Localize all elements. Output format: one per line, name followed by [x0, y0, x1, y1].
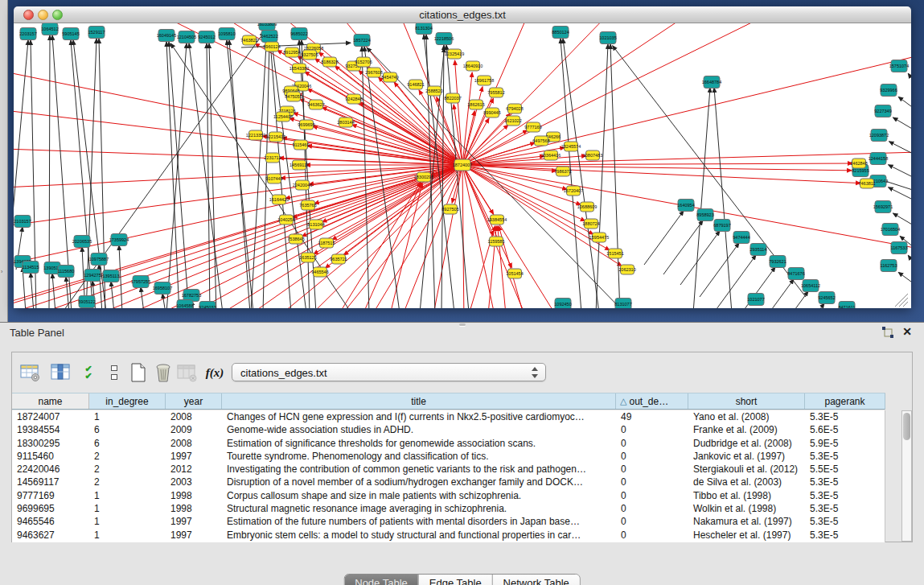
edit-columns-icon[interactable]: ✔✔ [76, 360, 101, 385]
table-cell[interactable]: 19384554 [12, 423, 89, 436]
network-node[interactable]: 1064588 [176, 300, 193, 309]
table-cell[interactable]: 9463627 [12, 529, 89, 542]
table-cell[interactable]: Stergiakouli et al. (2012) [688, 463, 805, 476]
network-node[interactable]: 1115680 [58, 266, 75, 278]
network-node[interactable]: 16648784 [702, 76, 721, 89]
network-node[interactable]: 9152706 [355, 57, 372, 67]
network-node[interactable]: 1162753 [880, 260, 897, 272]
table-cell[interactable]: 5.3E-5 [805, 410, 885, 423]
table-cell[interactable]: 0 [616, 476, 688, 488]
network-node[interactable]: 10975887 [89, 253, 109, 266]
network-window-titlebar[interactable]: citations_edges.txt [14, 6, 911, 23]
network-node[interactable]: 1051454 [506, 269, 523, 278]
table-cell[interactable]: 6 [89, 423, 166, 436]
network-node[interactable]: 7932621 [769, 256, 786, 268]
table-cell[interactable]: 2003 [166, 476, 222, 488]
table-row[interactable]: 969969511998Structural magnetic resonanc… [12, 502, 885, 515]
table-row[interactable]: 2242004622012Investigating the contribut… [12, 463, 885, 476]
network-node[interactable]: 8131077 [614, 299, 631, 309]
table-cell[interactable]: Jankovic et al. (1997) [688, 450, 805, 463]
table-cell[interactable]: 0 [616, 529, 688, 542]
table-cell[interactable]: 2 [89, 450, 166, 463]
network-node[interactable]: 1862615 [467, 100, 484, 109]
network-node[interactable]: 18300295 [414, 172, 433, 182]
table-cell[interactable]: 2008 [166, 437, 222, 450]
column-header-in_degree[interactable]: in_degree [89, 393, 166, 409]
table-cell[interactable]: Yano et al. (2008) [688, 410, 805, 423]
network-node[interactable]: 5905122 [78, 296, 95, 308]
table-cell[interactable]: 2012 [166, 463, 222, 476]
delete-entries-icon[interactable] [151, 360, 175, 385]
table-cell[interactable]: de Silva et al. (2003) [688, 476, 805, 488]
network-node[interactable]: 9329966 [880, 84, 897, 97]
network-node[interactable]: 9685022 [290, 28, 307, 40]
network-node[interactable]: 1040254 [277, 215, 294, 225]
table-cell[interactable]: Structural magnetic resonance image aver… [222, 502, 616, 515]
network-node[interactable]: 6497568 [532, 136, 549, 146]
table-selector-dropdown[interactable]: citations_edges.txt [232, 363, 546, 381]
network-node[interactable]: 10807483 [583, 150, 602, 160]
network-node[interactable]: 2062310 [618, 265, 635, 274]
table-cell[interactable]: Wolkin et al. (1998) [688, 502, 805, 515]
network-node[interactable]: 7463811 [858, 179, 875, 188]
function-builder-icon[interactable]: f(x) [203, 360, 227, 385]
table-cell[interactable]: 1997 [166, 529, 222, 542]
network-node[interactable]: 1635125 [299, 253, 316, 262]
network-node[interactable]: 10654112 [801, 280, 820, 292]
network-node[interactable]: 8958923 [696, 209, 713, 221]
network-node[interactable]: 17359924 [109, 234, 129, 246]
table-cell[interactable]: 1997 [166, 515, 222, 528]
splitter-handle[interactable] [459, 323, 466, 326]
network-node[interactable]: 15954475 [589, 233, 609, 242]
network-node[interactable]: 9115460 [292, 140, 309, 150]
network-node[interactable]: 1529117 [88, 27, 105, 39]
network-node[interactable]: 8131044 [307, 220, 324, 229]
network-node[interactable]: 9227349 [874, 105, 891, 117]
table-cell[interactable]: 14569117 [12, 476, 89, 488]
network-node[interactable]: 9107449 [265, 174, 282, 183]
table-cell[interactable]: Tibbo et al. (1998) [688, 489, 805, 502]
network-node[interactable]: 2935114 [749, 244, 766, 256]
network-node[interactable]: 12213359 [246, 130, 265, 140]
table-cell[interactable]: 1998 [166, 489, 222, 502]
table-cell[interactable]: 0 [616, 437, 688, 450]
table-cell[interactable]: 1 [89, 529, 166, 542]
table-cell[interactable]: 9115460 [12, 450, 89, 463]
network-node[interactable]: 17016504 [881, 224, 900, 236]
network-node[interactable]: 2588520 [425, 86, 442, 96]
column-header-name[interactable]: name [12, 393, 89, 409]
table-cell[interactable]: 18300295 [12, 437, 89, 450]
table-cell[interactable]: 5.3E-5 [805, 529, 885, 542]
network-node[interactable]: 9146821 [407, 80, 424, 89]
network-node[interactable]: 18724007 [453, 159, 472, 171]
network-node[interactable]: 1640954 [677, 200, 694, 212]
table-cell[interactable]: 5.3E-5 [805, 476, 885, 488]
network-node[interactable]: 12325419 [445, 49, 464, 59]
network-node[interactable]: 12093872 [869, 130, 889, 142]
table-cell[interactable]: 5.3E-5 [805, 502, 885, 515]
window-resize-grip[interactable] [895, 294, 908, 307]
table-cell[interactable]: 0 [616, 502, 688, 515]
table-cell[interactable]: 2008 [166, 410, 222, 423]
table-row[interactable]: 1456911722003Disruption of a novel membe… [12, 476, 885, 488]
network-node[interactable]: 9474444 [733, 232, 749, 244]
network-node[interactable]: 19384554 [487, 215, 507, 225]
network-node[interactable]: 8927505 [441, 204, 458, 214]
table-cell[interactable]: 2 [89, 463, 166, 476]
network-node[interactable]: 9245012 [198, 31, 215, 43]
network-node[interactable]: 2803144 [337, 117, 354, 127]
table-cell[interactable]: Genome-wide association studies in ADHD. [222, 423, 616, 436]
table-cell[interactable]: 0 [616, 515, 688, 528]
network-node[interactable]: 15751074 [889, 60, 909, 72]
network-node[interactable]: 9635721 [330, 254, 347, 264]
table-cell[interactable]: 0 [616, 423, 688, 436]
close-panel-icon[interactable]: ✕ [900, 326, 914, 339]
table-cell[interactable]: 1998 [166, 502, 222, 515]
network-node[interactable]: 8471676 [787, 268, 804, 280]
table-row[interactable]: 946554611997Estimation of the future num… [12, 515, 885, 528]
network-node[interactable]: 1880724 [582, 219, 599, 229]
network-node[interactable]: 7463822 [240, 35, 257, 45]
network-node[interactable]: 22420046 [293, 180, 312, 190]
network-node[interactable]: 16164420 [269, 195, 289, 204]
table-cell[interactable]: 49 [616, 410, 688, 423]
